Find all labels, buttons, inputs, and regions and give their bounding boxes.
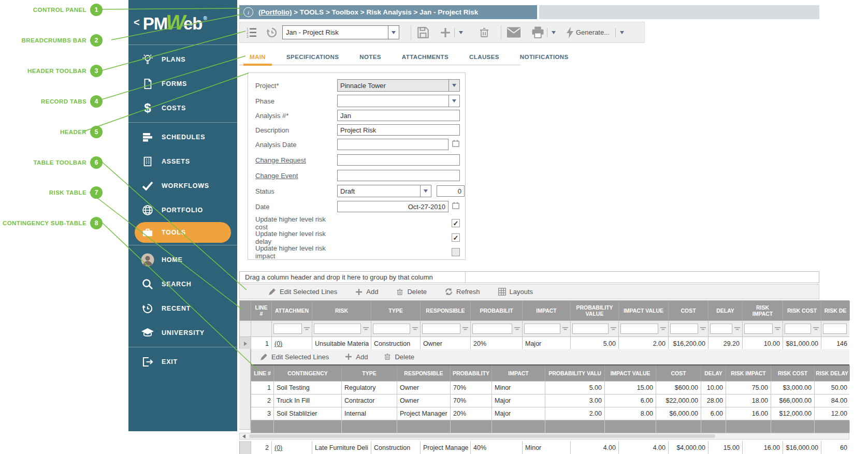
tab-notes[interactable]: NOTES (349, 49, 392, 65)
update-risk-impact-checkbox[interactable] (452, 248, 460, 256)
sidebar-item-tools[interactable]: TOOLS (135, 222, 231, 243)
filter-input[interactable] (273, 324, 302, 334)
tab-attachments[interactable]: ATTACHMENTS (392, 49, 459, 65)
attachments-count-link[interactable]: (0) (274, 340, 282, 347)
change-event-field[interactable] (337, 170, 460, 181)
column-header[interactable]: COST (656, 365, 701, 381)
filter-input[interactable] (422, 324, 460, 334)
column-header[interactable]: PROBABILITY (451, 365, 492, 381)
sidebar-item-assets[interactable]: ASSETS (128, 149, 237, 173)
column-header[interactable]: TYPE (371, 301, 421, 320)
filter-icon[interactable] (700, 326, 706, 331)
edit-selected-lines-button[interactable]: Edit Selected Lines (259, 353, 329, 361)
project-dropdown[interactable]: Pinnacle Tower (337, 79, 460, 92)
scroll-left-icon[interactable] (240, 433, 248, 439)
column-header[interactable]: LINE # (251, 365, 274, 381)
filter-input[interactable] (373, 324, 410, 334)
sidebar-item-search[interactable]: SEARCH (128, 272, 237, 296)
filter-icon[interactable] (774, 326, 781, 331)
description-field[interactable] (337, 124, 460, 136)
update-risk-delay-checkbox[interactable] (452, 233, 460, 242)
add-button[interactable] (439, 26, 452, 39)
sidebar-item-home[interactable]: HOME (128, 247, 237, 272)
add-dropdown-caret-icon[interactable] (459, 31, 463, 34)
column-header[interactable]: RISK COST (771, 365, 815, 381)
tab-clauses[interactable]: CLAUSES (459, 49, 510, 65)
add-line-button[interactable]: Add (344, 353, 368, 361)
column-header[interactable]: TYPE (342, 365, 397, 381)
mail-button[interactable] (507, 27, 521, 38)
filter-input[interactable] (472, 324, 512, 334)
column-header[interactable]: IMPACT VALUE (619, 301, 669, 320)
column-header[interactable]: ATTACHMEN (272, 301, 312, 320)
column-header[interactable]: DELAY (701, 365, 726, 381)
control-panel-icon[interactable]: 123 (246, 27, 257, 38)
sidebar-collapse-chevron[interactable]: < (134, 17, 140, 28)
filter-input[interactable] (670, 324, 698, 334)
generate-button[interactable]: Generate... (567, 27, 613, 38)
horizontal-scrollbar[interactable] (239, 433, 849, 440)
calendar-icon[interactable] (452, 201, 460, 212)
column-header[interactable]: PROBABILIT (471, 301, 523, 320)
date-field[interactable] (337, 201, 449, 212)
column-header[interactable]: RISK COST (783, 301, 821, 320)
analysis-date-field[interactable] (337, 139, 449, 150)
filter-icon[interactable] (412, 326, 418, 331)
delete-button[interactable] (478, 26, 490, 39)
analysis-number-field[interactable] (337, 110, 460, 121)
breadcrumb-portfolio-link[interactable]: (Portfolio) (258, 8, 292, 16)
sidebar-item-portfolio[interactable]: PORTFOLIO (128, 198, 237, 222)
filter-icon[interactable] (363, 326, 369, 331)
sidebar-item-schedules[interactable]: SCHEDULES (128, 125, 237, 149)
column-header[interactable] (240, 301, 251, 320)
edit-selected-lines-button[interactable]: Edit Selected Lines (268, 287, 337, 296)
print-dropdown-caret-icon[interactable] (552, 31, 556, 34)
filter-icon[interactable] (303, 326, 310, 331)
change-request-field[interactable] (337, 154, 460, 166)
sidebar-item-plans[interactable]: PLANS (128, 47, 237, 71)
filter-input[interactable] (524, 324, 560, 334)
risk-table-row-2[interactable]: 2 (0) Late Furniture Deli Construction P… (239, 441, 849, 454)
column-header[interactable]: RESPONSIBLE (397, 365, 451, 381)
contingency-row-1[interactable]: 1 Soil Testing Regulatory Owner 70% Mino… (251, 382, 849, 394)
sidebar-item-forms[interactable]: FORMS (128, 71, 237, 96)
column-header[interactable]: RISK IMPACT (726, 365, 771, 381)
history-icon[interactable] (266, 26, 278, 39)
scrollbar-thumb[interactable] (249, 434, 715, 438)
column-header[interactable]: PROBABILITY VALUE (571, 301, 619, 320)
filter-input[interactable] (710, 324, 732, 334)
filter-icon[interactable] (813, 326, 819, 331)
group-by-bar[interactable]: Drag a column header and drop it here to… (239, 271, 819, 283)
attachments-count-link[interactable]: (0) (274, 444, 282, 451)
layouts-button[interactable]: Layouts (498, 287, 533, 296)
tab-main[interactable]: MAIN (239, 49, 276, 65)
column-header[interactable]: RISK IMPACT (743, 301, 783, 320)
column-header[interactable]: RISK DE (821, 301, 850, 320)
refresh-button[interactable]: Refresh (444, 287, 480, 296)
column-header[interactable]: RESPONSIBLE (421, 301, 471, 320)
delete-line-button[interactable]: Delete (383, 353, 414, 361)
column-header[interactable]: IMPACT (492, 365, 545, 381)
contingency-row-2[interactable]: 2 Truck In Fill Contractor Owner 70% Maj… (251, 394, 849, 407)
chevron-down-icon[interactable] (449, 95, 459, 107)
save-button[interactable] (416, 26, 430, 39)
change-event-link[interactable]: Change Event (255, 172, 337, 180)
filter-icon[interactable] (514, 326, 520, 331)
filter-icon[interactable] (610, 326, 617, 331)
filter-input[interactable] (620, 324, 658, 334)
filter-icon[interactable] (462, 326, 469, 331)
sidebar-item-recent[interactable]: RECENT (128, 296, 237, 320)
chevron-down-icon[interactable] (420, 185, 431, 197)
column-header[interactable]: RISK (312, 301, 371, 320)
filter-icon[interactable] (562, 326, 569, 331)
calendar-icon[interactable] (452, 139, 460, 150)
filter-icon[interactable] (660, 326, 667, 331)
change-request-link[interactable]: Change Request (255, 156, 337, 164)
column-header[interactable]: DELAY (708, 301, 743, 320)
sidebar-item-workflows[interactable]: WORKFLOWS (128, 173, 237, 198)
update-risk-cost-checkbox[interactable] (452, 219, 460, 227)
print-button[interactable] (531, 26, 544, 38)
chevron-down-icon[interactable] (449, 80, 459, 91)
column-header[interactable]: CONTINGENCY (274, 365, 342, 381)
sidebar-item-costs[interactable]: $ COSTS (128, 96, 237, 120)
